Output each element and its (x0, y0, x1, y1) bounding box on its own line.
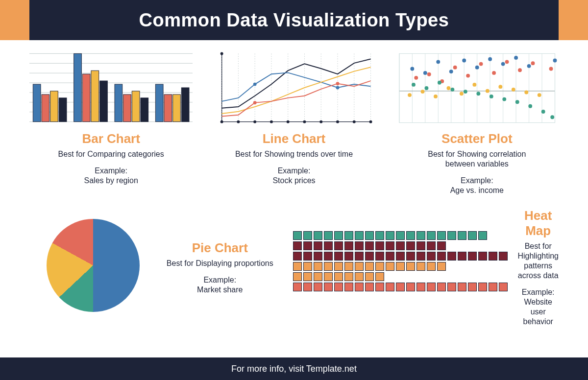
svg-point-92 (460, 92, 464, 95)
card-pie: Pie Chart Best for Displaying proportion… (29, 204, 273, 327)
heatmap-row (293, 283, 508, 291)
svg-point-76 (553, 59, 557, 63)
heatmap-row (293, 231, 508, 240)
svg-point-71 (475, 66, 479, 70)
heatmap-cell (386, 262, 394, 271)
heatmap-cell (293, 283, 302, 291)
svg-point-100 (424, 86, 428, 90)
heatmap-cell (447, 231, 456, 240)
heatmap-cell (458, 283, 466, 291)
svg-rect-12 (74, 53, 82, 121)
heatmap-cell (406, 283, 415, 291)
heatmap-cell (344, 262, 353, 271)
bar-desc1: Best for Comparing categories (58, 149, 164, 159)
card-scatter: Scatter Plot Best for Showing correlatio… (395, 49, 559, 195)
svg-point-49 (253, 101, 257, 104)
heatmap-cell (416, 231, 425, 240)
card-heat: Heat Map Best for Highlighting patterns … (293, 204, 559, 327)
svg-point-67 (423, 71, 427, 75)
line-title: Line Chart (263, 131, 326, 146)
heatmap-cell (355, 283, 364, 291)
heatmap-cell (427, 252, 436, 261)
svg-rect-20 (155, 84, 163, 122)
scatter-plot-viz (395, 49, 559, 127)
svg-point-35 (287, 120, 290, 123)
scatter-desc1: Best for Showing correlation between var… (413, 149, 540, 169)
svg-point-48 (336, 86, 340, 90)
heatmap-cell (427, 262, 436, 271)
line-chart-viz (212, 49, 375, 127)
svg-point-81 (466, 74, 470, 78)
page-title: Common Data Visualization Types (139, 10, 449, 31)
svg-rect-22 (173, 95, 181, 122)
heatmap-cell (365, 262, 374, 271)
heatmap-cell (489, 283, 497, 291)
heatmap-cell (396, 262, 405, 271)
svg-point-106 (502, 97, 506, 101)
svg-point-110 (550, 115, 554, 119)
footer-text: For more info, visit Template.net (231, 364, 357, 374)
svg-point-37 (303, 120, 306, 123)
svg-rect-10 (50, 91, 58, 122)
heatmap-cell (437, 283, 446, 291)
svg-point-84 (505, 60, 509, 64)
heatmap-cell (478, 283, 487, 291)
pie-chart-viz (29, 216, 156, 314)
svg-point-97 (524, 91, 528, 95)
heatmap-cell (386, 283, 394, 291)
svg-rect-23 (181, 88, 189, 122)
heatmap-cell (314, 231, 322, 240)
heatmap-row (293, 262, 508, 271)
heatmap-cell (365, 241, 374, 250)
svg-point-73 (501, 62, 505, 66)
heatmap-cell (314, 252, 322, 261)
heatmap-cell (334, 231, 343, 240)
svg-point-39 (320, 120, 323, 123)
heat-title: Heat Map (517, 208, 559, 238)
heatmap-cell (303, 272, 312, 281)
svg-rect-9 (42, 95, 49, 122)
heatmap-cell (314, 241, 322, 250)
heatmap-cell (416, 283, 425, 291)
svg-point-77 (414, 76, 418, 80)
heatmap-cell (324, 241, 333, 250)
line-desc1: Best for Showing trends over time (235, 149, 353, 159)
pie-desc1: Best for Displaying proportions (167, 259, 273, 268)
heatmap-cell (427, 231, 436, 240)
svg-point-108 (528, 104, 532, 108)
heatmap-cell (344, 241, 353, 250)
pie-title: Pie Chart (192, 240, 248, 256)
svg-point-69 (449, 70, 453, 73)
heatmap-cell (324, 262, 333, 271)
svg-point-85 (518, 68, 522, 72)
pie-desc2: Example:Market share (197, 275, 243, 295)
heatmap-cell (344, 272, 353, 281)
heatmap-cell (437, 231, 446, 240)
heatmap-cell (344, 283, 353, 291)
svg-point-109 (541, 110, 545, 114)
heatmap-cell (396, 283, 405, 291)
bar-title: Bar Chart (82, 131, 140, 146)
heatmap-cell (334, 283, 343, 291)
heatmap-cell (344, 252, 353, 261)
heat-desc1: Best for Highlighting patterns across da… (517, 241, 559, 281)
svg-point-98 (537, 93, 541, 97)
svg-point-45 (369, 120, 372, 123)
svg-point-95 (498, 85, 502, 89)
heatmap-cell (489, 252, 497, 261)
heatmap-cell (293, 231, 302, 240)
heatmap-grid (293, 216, 508, 291)
heatmap-cell (324, 283, 333, 291)
heatmap-cell (314, 283, 322, 291)
row-2: Pie Chart Best for Displaying proportion… (29, 204, 559, 327)
heatmap-cell (499, 252, 508, 261)
svg-point-105 (490, 95, 493, 98)
svg-point-66 (410, 67, 414, 71)
svg-rect-21 (164, 95, 172, 122)
heatmap-cell (355, 231, 364, 240)
heatmap-cell (375, 241, 384, 250)
heatmap-cell (406, 252, 415, 261)
svg-point-43 (353, 120, 356, 123)
svg-point-47 (253, 83, 257, 86)
heatmap-cell (478, 252, 487, 261)
